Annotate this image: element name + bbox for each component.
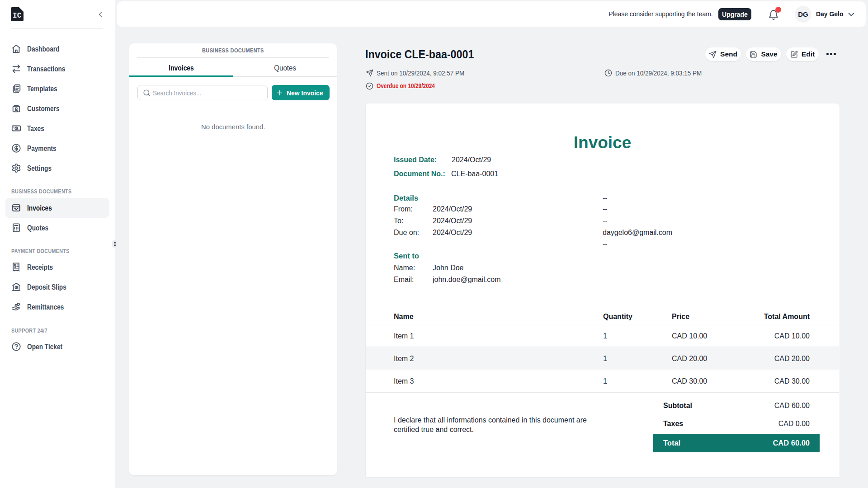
svg-text:IC: IC bbox=[13, 12, 22, 20]
